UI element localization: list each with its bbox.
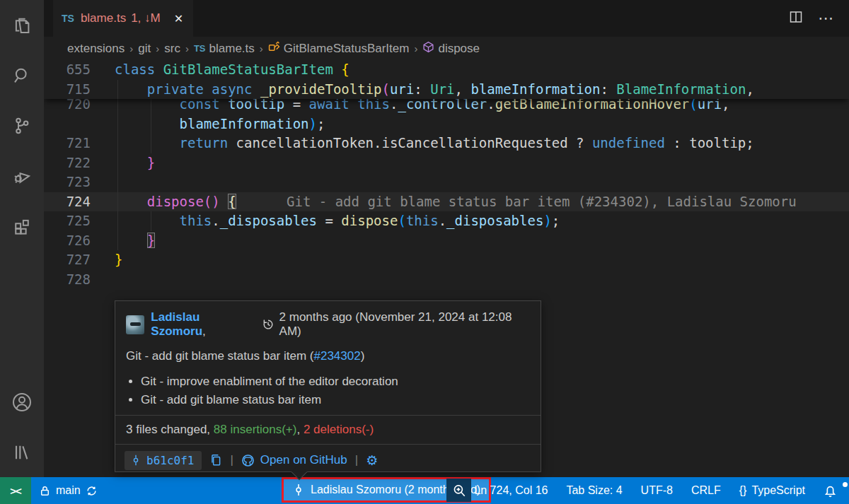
more-actions-icon[interactable]: ⋯ [818,9,835,28]
breadcrumb-git[interactable]: git [138,42,151,56]
line-number[interactable]: 722 [44,153,91,173]
git-commit-icon [130,455,142,466]
line-number[interactable]: 727 [44,250,91,270]
issue-link[interactable]: #234302 [314,349,361,363]
close-icon[interactable]: ✕ [174,12,183,25]
account-icon[interactable] [0,377,44,427]
commit-date: 2 months ago (November 21, 2024 at 12:08… [279,310,530,339]
code-line[interactable]: 726 } [44,231,849,251]
commit-stats: 3 files changed, 88 insertions(+), 2 del… [115,416,541,444]
breadcrumb-separator: › [156,42,159,54]
avatar [126,315,144,334]
sync-icon [86,485,98,497]
commit-detail-item: Git - add git blame status bar item [141,393,530,407]
commit-detail-list: Git - improve enabliment of the editor d… [115,363,541,407]
git-blame-hover: Ladislau Szomoru, 2 months ago (November… [115,300,541,472]
author-link[interactable]: Ladislau Szomoru [151,310,202,338]
language-label: TypeScript [751,484,805,497]
commit-hash-badge[interactable]: b61c0f1 [125,451,202,470]
search-icon[interactable] [0,50,44,100]
breadcrumb-separator: › [129,42,133,54]
hover-footer: b61c0f1 | Open on GitHub | ⚙ [115,444,541,476]
code-line[interactable]: 721 return cancellationToken.isCancellat… [44,134,849,153]
status-bar: >< main Ladislau Szomoru (2 months ago) [0,477,849,504]
code-line[interactable]: blameInformation); [44,115,849,134]
code-line[interactable]: 722 } [44,153,849,173]
line-number[interactable]: 725 [44,211,91,231]
class-symbol-icon [268,41,280,57]
typescript-file-icon: TS [194,43,206,54]
copy-icon[interactable] [209,454,222,467]
commit-message: Git - add git blame status bar item (#23… [115,339,541,363]
sticky-line[interactable]: 655class GitBlameStatusBarItem { [44,60,849,80]
braces-icon: {} [739,484,747,497]
tab-size-item[interactable]: Tab Size: 4 [557,484,631,497]
history-icon [262,318,275,331]
hover-header: Ladislau Szomoru, 2 months ago (November… [115,301,541,339]
code-line[interactable]: 723 [44,172,849,192]
breadcrumb-method[interactable]: dispose [422,41,480,57]
line-number[interactable]: 728 [44,270,91,290]
branch-item[interactable]: main [31,477,105,504]
notifications-bell[interactable] [814,484,846,498]
eol-item[interactable]: CRLF [682,484,730,497]
breadcrumb-class[interactable]: GitBlameStatusBarItem [268,41,410,57]
split-editor-icon[interactable] [788,9,804,28]
lock-icon [39,485,51,497]
line-number[interactable]: 721 [44,134,91,153]
language-item[interactable]: {} TypeScript [730,484,814,497]
insertions-count: 88 insertions(+) [214,423,297,436]
vscode-window: TS blame.ts 1, ↓M ✕ ⋯ extensions › git ›… [0,0,849,504]
line-number[interactable]: 726 [44,231,91,251]
notification-dot [843,482,848,487]
cursor-position-item[interactable]: Ln 724, Col 16 [465,484,557,497]
sticky-scroll: 655class GitBlameStatusBarItem {715 priv… [44,60,849,99]
breadcrumb-separator: › [260,42,263,54]
library-icon[interactable] [0,427,44,477]
code-line[interactable]: 725 this._disposables = dispose(this._di… [44,211,849,231]
tab-bar: TS blame.ts 1, ↓M ✕ ⋯ [44,0,849,37]
typescript-file-icon: TS [62,13,74,24]
github-icon [241,454,255,467]
source-control-icon[interactable] [0,100,44,151]
breadcrumb-file[interactable]: TS blame.ts [194,42,255,56]
remote-indicator[interactable]: >< [0,477,31,504]
tab-blame-ts[interactable]: TS blame.ts 1, ↓M ✕ [53,0,193,37]
editor-actions: ⋯ [788,0,849,37]
status-bar-right: Ln 724, Col 16 Tab Size: 4 UTF-8 CRLF {}… [465,477,846,504]
gear-icon[interactable]: ⚙ [366,454,378,467]
breadcrumb-extensions[interactable]: extensions [67,42,125,56]
footer-separator: | [355,453,358,467]
footer-separator: | [230,453,233,467]
breadcrumb-separator: › [185,42,189,54]
code-line[interactable]: 724 dispose() {Git - add git blame statu… [44,192,849,212]
branch-name: main [56,484,81,497]
sticky-line[interactable]: 715 private async _provideTooltip(uri: U… [44,80,849,100]
extensions-icon[interactable] [0,201,44,251]
inline-blame-annotation: Git - add git blame status bar item (#23… [287,192,797,212]
line-number[interactable]: 724 [44,192,91,212]
run-debug-icon[interactable] [0,151,44,201]
commit-detail-item: Git - improve enabliment of the editor d… [141,375,530,389]
breadcrumb-src[interactable]: src [164,42,180,56]
activity-bar [0,0,44,477]
tab-title: blame.ts [81,11,126,25]
code-line[interactable]: 728 [44,270,849,290]
breadcrumb: extensions › git › src › TS blame.ts › G… [44,37,849,60]
line-number[interactable]: 655 [44,60,91,80]
code-line[interactable]: 727} [44,250,849,270]
git-commit-icon [292,484,305,496]
deletions-count: 2 deletions(-) [304,423,374,436]
line-number[interactable]: 723 [44,172,91,192]
method-symbol-icon [422,41,434,57]
author-comma: , [202,324,206,338]
explorer-icon[interactable] [0,0,44,50]
open-on-github-link[interactable]: Open on GitHub [260,453,347,467]
breadcrumb-separator: › [414,42,417,54]
line-number[interactable]: 715 [44,80,91,100]
encoding-item[interactable]: UTF-8 [632,484,682,497]
activity-bar-spacer [0,251,44,377]
tab-git-decoration: 1, ↓M [131,11,161,25]
